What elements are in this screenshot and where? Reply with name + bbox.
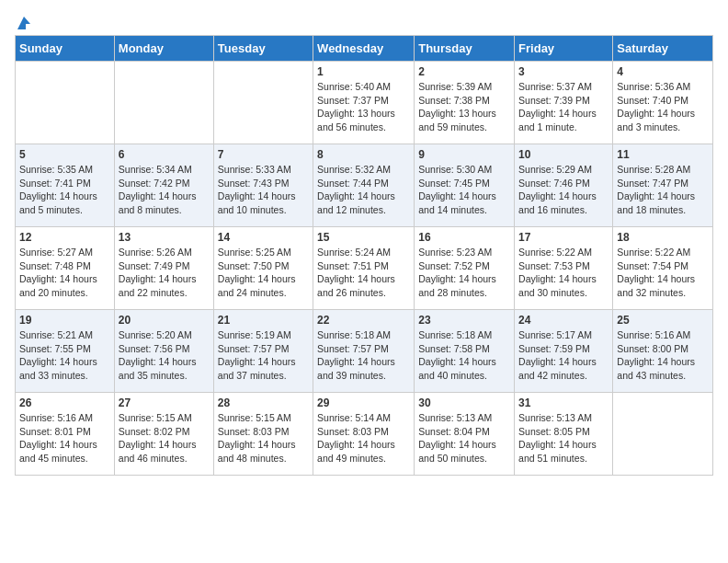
day-number: 23 bbox=[418, 314, 510, 327]
calendar-cell: 31Sunrise: 5:13 AM Sunset: 8:05 PM Dayli… bbox=[515, 393, 613, 476]
calendar-cell: 5Sunrise: 5:35 AM Sunset: 7:41 PM Daylig… bbox=[16, 144, 115, 227]
day-info: Sunrise: 5:22 AM Sunset: 7:54 PM Dayligh… bbox=[617, 246, 709, 300]
day-number: 19 bbox=[19, 314, 110, 327]
day-info: Sunrise: 5:24 AM Sunset: 7:51 PM Dayligh… bbox=[317, 246, 410, 300]
calendar-cell: 27Sunrise: 5:15 AM Sunset: 8:02 PM Dayli… bbox=[114, 393, 213, 476]
day-number: 31 bbox=[518, 396, 609, 409]
day-info: Sunrise: 5:15 AM Sunset: 8:02 PM Dayligh… bbox=[119, 411, 210, 465]
header-thursday: Thursday bbox=[415, 36, 515, 62]
day-info: Sunrise: 5:23 AM Sunset: 7:52 PM Dayligh… bbox=[418, 246, 510, 300]
calendar-cell bbox=[613, 393, 713, 476]
calendar-week-1: 1Sunrise: 5:40 AM Sunset: 7:37 PM Daylig… bbox=[16, 62, 713, 144]
calendar-week-5: 26Sunrise: 5:16 AM Sunset: 8:01 PM Dayli… bbox=[16, 393, 713, 476]
day-number: 24 bbox=[518, 314, 609, 327]
day-info: Sunrise: 5:21 AM Sunset: 7:55 PM Dayligh… bbox=[19, 328, 110, 383]
calendar-cell bbox=[213, 62, 313, 144]
day-info: Sunrise: 5:19 AM Sunset: 7:57 PM Dayligh… bbox=[218, 328, 309, 383]
calendar-cell: 13Sunrise: 5:26 AM Sunset: 7:49 PM Dayli… bbox=[114, 227, 213, 310]
calendar-week-4: 19Sunrise: 5:21 AM Sunset: 7:55 PM Dayli… bbox=[16, 310, 713, 393]
calendar-cell: 8Sunrise: 5:32 AM Sunset: 7:44 PM Daylig… bbox=[313, 144, 415, 227]
day-number: 29 bbox=[317, 396, 410, 409]
day-info: Sunrise: 5:20 AM Sunset: 7:56 PM Dayligh… bbox=[119, 328, 210, 383]
header-monday: Monday bbox=[114, 36, 213, 62]
calendar-week-2: 5Sunrise: 5:35 AM Sunset: 7:41 PM Daylig… bbox=[16, 144, 713, 227]
day-number: 27 bbox=[119, 396, 210, 409]
day-info: Sunrise: 5:18 AM Sunset: 7:58 PM Dayligh… bbox=[418, 328, 510, 383]
day-info: Sunrise: 5:30 AM Sunset: 7:45 PM Dayligh… bbox=[418, 163, 510, 217]
day-info: Sunrise: 5:29 AM Sunset: 7:46 PM Dayligh… bbox=[518, 163, 609, 217]
calendar-cell: 7Sunrise: 5:33 AM Sunset: 7:43 PM Daylig… bbox=[213, 144, 313, 227]
header-saturday: Saturday bbox=[613, 36, 713, 62]
day-number: 6 bbox=[119, 148, 210, 161]
day-info: Sunrise: 5:22 AM Sunset: 7:53 PM Dayligh… bbox=[518, 246, 609, 300]
day-info: Sunrise: 5:33 AM Sunset: 7:43 PM Dayligh… bbox=[218, 163, 309, 217]
day-info: Sunrise: 5:15 AM Sunset: 8:03 PM Dayligh… bbox=[218, 411, 309, 465]
calendar-cell: 3Sunrise: 5:37 AM Sunset: 7:39 PM Daylig… bbox=[515, 62, 613, 144]
day-number: 28 bbox=[218, 396, 309, 409]
day-number: 11 bbox=[617, 148, 709, 161]
day-info: Sunrise: 5:35 AM Sunset: 7:41 PM Dayligh… bbox=[19, 163, 110, 217]
day-info: Sunrise: 5:26 AM Sunset: 7:49 PM Dayligh… bbox=[119, 246, 210, 300]
day-number: 12 bbox=[19, 231, 110, 244]
day-number: 5 bbox=[19, 148, 110, 161]
calendar-cell: 2Sunrise: 5:39 AM Sunset: 7:38 PM Daylig… bbox=[415, 62, 515, 144]
calendar-cell: 23Sunrise: 5:18 AM Sunset: 7:58 PM Dayli… bbox=[415, 310, 515, 393]
day-info: Sunrise: 5:17 AM Sunset: 7:59 PM Dayligh… bbox=[518, 328, 609, 383]
page-header bbox=[15, 15, 713, 28]
day-number: 1 bbox=[317, 65, 410, 78]
header-friday: Friday bbox=[515, 36, 613, 62]
day-info: Sunrise: 5:37 AM Sunset: 7:39 PM Dayligh… bbox=[518, 80, 609, 134]
day-number: 8 bbox=[317, 148, 410, 161]
logo bbox=[15, 15, 33, 28]
calendar-cell: 9Sunrise: 5:30 AM Sunset: 7:45 PM Daylig… bbox=[415, 144, 515, 227]
day-info: Sunrise: 5:40 AM Sunset: 7:37 PM Dayligh… bbox=[317, 80, 410, 134]
day-number: 13 bbox=[119, 231, 210, 244]
calendar-cell: 29Sunrise: 5:14 AM Sunset: 8:03 PM Dayli… bbox=[313, 393, 415, 476]
day-info: Sunrise: 5:14 AM Sunset: 8:03 PM Dayligh… bbox=[317, 411, 410, 465]
day-number: 17 bbox=[518, 231, 609, 244]
day-info: Sunrise: 5:13 AM Sunset: 8:05 PM Dayligh… bbox=[518, 411, 609, 465]
day-number: 7 bbox=[218, 148, 309, 161]
calendar-cell: 18Sunrise: 5:22 AM Sunset: 7:54 PM Dayli… bbox=[613, 227, 713, 310]
day-info: Sunrise: 5:34 AM Sunset: 7:42 PM Dayligh… bbox=[119, 163, 210, 217]
calendar-cell: 10Sunrise: 5:29 AM Sunset: 7:46 PM Dayli… bbox=[515, 144, 613, 227]
svg-marker-0 bbox=[17, 17, 30, 29]
calendar-cell: 21Sunrise: 5:19 AM Sunset: 7:57 PM Dayli… bbox=[213, 310, 313, 393]
calendar-cell: 30Sunrise: 5:13 AM Sunset: 8:04 PM Dayli… bbox=[415, 393, 515, 476]
calendar-cell: 1Sunrise: 5:40 AM Sunset: 7:37 PM Daylig… bbox=[313, 62, 415, 144]
day-number: 20 bbox=[119, 314, 210, 327]
day-info: Sunrise: 5:36 AM Sunset: 7:40 PM Dayligh… bbox=[617, 80, 709, 134]
calendar-cell: 26Sunrise: 5:16 AM Sunset: 8:01 PM Dayli… bbox=[16, 393, 115, 476]
calendar-cell: 12Sunrise: 5:27 AM Sunset: 7:48 PM Dayli… bbox=[16, 227, 115, 310]
day-number: 4 bbox=[617, 65, 709, 78]
day-info: Sunrise: 5:16 AM Sunset: 8:00 PM Dayligh… bbox=[617, 328, 709, 383]
day-number: 3 bbox=[518, 65, 609, 78]
day-info: Sunrise: 5:39 AM Sunset: 7:38 PM Dayligh… bbox=[418, 80, 510, 134]
calendar-header-row: SundayMondayTuesdayWednesdayThursdayFrid… bbox=[16, 36, 713, 62]
day-number: 18 bbox=[617, 231, 709, 244]
day-number: 21 bbox=[218, 314, 309, 327]
calendar-cell: 19Sunrise: 5:21 AM Sunset: 7:55 PM Dayli… bbox=[16, 310, 115, 393]
calendar-cell: 4Sunrise: 5:36 AM Sunset: 7:40 PM Daylig… bbox=[613, 62, 713, 144]
calendar-cell: 11Sunrise: 5:28 AM Sunset: 7:47 PM Dayli… bbox=[613, 144, 713, 227]
day-number: 10 bbox=[518, 148, 609, 161]
header-sunday: Sunday bbox=[16, 36, 115, 62]
day-info: Sunrise: 5:32 AM Sunset: 7:44 PM Dayligh… bbox=[317, 163, 410, 217]
day-number: 26 bbox=[19, 396, 110, 409]
calendar-week-3: 12Sunrise: 5:27 AM Sunset: 7:48 PM Dayli… bbox=[16, 227, 713, 310]
day-info: Sunrise: 5:16 AM Sunset: 8:01 PM Dayligh… bbox=[19, 411, 110, 465]
day-number: 9 bbox=[418, 148, 510, 161]
calendar-cell bbox=[114, 62, 213, 144]
day-number: 25 bbox=[617, 314, 709, 327]
day-info: Sunrise: 5:27 AM Sunset: 7:48 PM Dayligh… bbox=[19, 246, 110, 300]
day-info: Sunrise: 5:18 AM Sunset: 7:57 PM Dayligh… bbox=[317, 328, 410, 383]
calendar-cell: 20Sunrise: 5:20 AM Sunset: 7:56 PM Dayli… bbox=[114, 310, 213, 393]
day-info: Sunrise: 5:28 AM Sunset: 7:47 PM Dayligh… bbox=[617, 163, 709, 217]
calendar-cell: 14Sunrise: 5:25 AM Sunset: 7:50 PM Dayli… bbox=[213, 227, 313, 310]
header-wednesday: Wednesday bbox=[313, 36, 415, 62]
day-number: 2 bbox=[418, 65, 510, 78]
calendar-cell bbox=[16, 62, 115, 144]
day-number: 15 bbox=[317, 231, 410, 244]
header-tuesday: Tuesday bbox=[213, 36, 313, 62]
day-info: Sunrise: 5:25 AM Sunset: 7:50 PM Dayligh… bbox=[218, 246, 309, 300]
